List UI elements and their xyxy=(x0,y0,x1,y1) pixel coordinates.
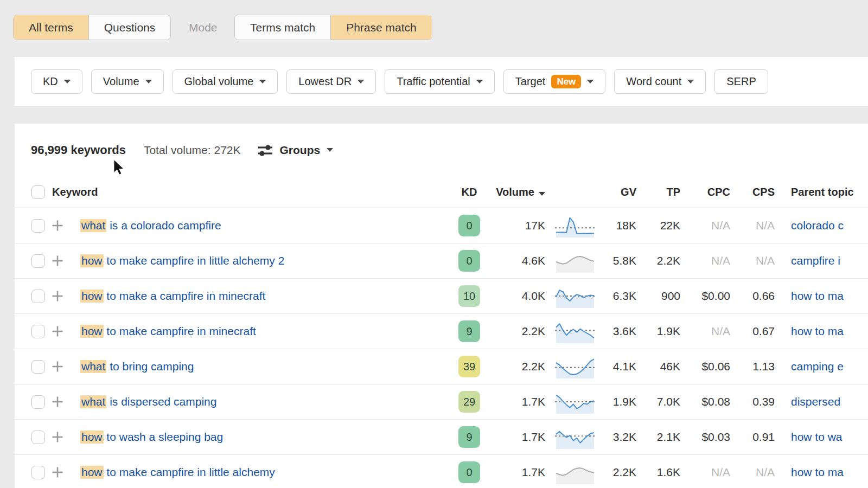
keyword-link[interactable]: how to wash a sleeping bag xyxy=(69,431,453,444)
volume-trend-sparkline xyxy=(555,214,595,237)
keyword-link[interactable]: how to make a campfire in minecraft xyxy=(69,290,453,303)
table-row: what to bring camping 39 2.2K 4.1K 46K $… xyxy=(15,349,868,384)
add-to-list-button[interactable] xyxy=(46,325,69,337)
add-to-list-button[interactable] xyxy=(46,396,69,408)
column-header-kd[interactable]: KD xyxy=(453,186,486,198)
filter-kd-label: KD xyxy=(43,75,58,88)
gv-value: 6.3K xyxy=(595,290,636,303)
gv-value: 18K xyxy=(595,219,636,232)
keyword-link[interactable]: what is dispersed camping xyxy=(69,395,453,408)
new-badge: New xyxy=(551,75,581,88)
column-header-tp[interactable]: TP xyxy=(636,186,680,198)
keyword-link[interactable]: how to make campfire in little alchemy xyxy=(69,466,453,479)
row-checkbox[interactable] xyxy=(31,254,45,268)
row-checkbox[interactable] xyxy=(31,360,45,374)
kd-badge: 29 xyxy=(458,391,480,413)
total-volume: Total volume: 272K xyxy=(144,144,241,157)
keyword-rest: to make campfire in little alchemy 2 xyxy=(104,254,285,267)
cpc-value: N/A xyxy=(680,254,730,267)
cps-value: 0.66 xyxy=(730,290,775,303)
table-header-row: Keyword KD Volume GV TP CPC CPS Parent t… xyxy=(15,176,868,208)
add-to-list-button[interactable] xyxy=(46,220,69,232)
filter-traffic-potential-button[interactable]: Traffic potential xyxy=(385,69,495,94)
keyword-highlighted-term: what xyxy=(80,219,106,232)
kd-badge: 9 xyxy=(458,320,480,342)
cpc-value: $0.06 xyxy=(680,360,730,373)
parent-topic-link[interactable]: how to ma xyxy=(775,325,868,338)
parent-topic-link[interactable]: colorado c xyxy=(775,219,868,232)
parent-topic-link[interactable]: campfire i xyxy=(775,254,868,267)
chevron-down-icon xyxy=(145,80,152,84)
add-to-list-button[interactable] xyxy=(46,290,69,302)
keyword-highlighted-term: how xyxy=(80,290,104,303)
add-to-list-button[interactable] xyxy=(46,361,69,373)
column-header-keyword[interactable]: Keyword xyxy=(52,186,453,198)
volume-trend-sparkline xyxy=(555,460,595,484)
kd-badge: 0 xyxy=(458,215,480,236)
filter-target-button[interactable]: Target New xyxy=(503,69,606,94)
volume-value: 2.2K xyxy=(486,360,545,373)
volume-trend-sparkline xyxy=(555,425,595,449)
cpc-value: $0.08 xyxy=(680,395,730,408)
volume-trend-sparkline xyxy=(555,390,595,414)
row-checkbox[interactable] xyxy=(31,325,45,338)
column-header-parent-topic[interactable]: Parent topic xyxy=(775,186,868,198)
add-to-list-button[interactable] xyxy=(46,466,69,478)
gv-value: 1.9K xyxy=(595,395,636,408)
tp-value: 7.0K xyxy=(636,395,680,408)
keyword-highlighted-term: how xyxy=(80,431,104,444)
filter-word-count-button[interactable]: Word count xyxy=(614,69,706,94)
volume-value: 4.0K xyxy=(486,290,545,303)
mode-label: Mode xyxy=(189,15,218,40)
parent-topic-link[interactable]: how to ma xyxy=(775,290,868,303)
table-row: how to wash a sleeping bag 9 1.7K 3.2K 2… xyxy=(15,420,868,455)
keywords-table-panel: 96,999 keywords Total volume: 272K Group… xyxy=(15,124,868,488)
tab-terms-match[interactable]: Terms match xyxy=(235,15,330,40)
chevron-down-icon xyxy=(327,148,333,152)
tab-questions[interactable]: Questions xyxy=(88,15,171,40)
filter-global-volume-button[interactable]: Global volume xyxy=(173,69,278,94)
parent-topic-link[interactable]: how to ma xyxy=(775,466,868,479)
top-tab-bar: All terms Questions Mode Terms match Phr… xyxy=(0,0,868,57)
column-header-cps[interactable]: CPS xyxy=(730,186,775,198)
add-to-list-button[interactable] xyxy=(46,431,69,443)
column-header-cpc[interactable]: CPC xyxy=(680,186,730,198)
filter-target-label: Target xyxy=(515,75,546,88)
row-checkbox[interactable] xyxy=(31,431,45,444)
column-header-gv[interactable]: GV xyxy=(595,186,636,198)
add-to-list-button[interactable] xyxy=(46,255,69,267)
tab-all-terms[interactable]: All terms xyxy=(14,15,88,40)
sort-desc-icon xyxy=(539,192,545,196)
tab-phrase-match[interactable]: Phrase match xyxy=(330,15,432,40)
table-row: how to make campfire in minecraft 9 2.2K… xyxy=(15,314,868,349)
chevron-down-icon xyxy=(358,80,364,84)
row-checkbox[interactable] xyxy=(31,219,45,233)
kd-badge: 0 xyxy=(458,461,480,483)
keyword-link[interactable]: how to make campfire in minecraft xyxy=(69,325,453,338)
keyword-link[interactable]: what is a colorado campfire xyxy=(69,219,453,232)
row-checkbox[interactable] xyxy=(31,466,45,479)
filter-lowest-dr-label: Lowest DR xyxy=(298,75,352,88)
keyword-link[interactable]: how to make campfire in little alchemy 2 xyxy=(69,254,453,267)
filter-lowest-dr-button[interactable]: Lowest DR xyxy=(286,69,376,94)
filter-serp-button[interactable]: SERP xyxy=(714,69,768,94)
groups-dropdown[interactable]: Groups xyxy=(257,143,334,157)
filter-volume-button[interactable]: Volume xyxy=(91,69,164,94)
row-checkbox[interactable] xyxy=(31,290,45,303)
chevron-down-icon xyxy=(64,80,71,84)
kd-badge: 39 xyxy=(458,356,480,377)
chevron-down-icon xyxy=(587,80,593,84)
select-all-checkbox[interactable] xyxy=(31,185,45,199)
parent-topic-link[interactable]: dispersed xyxy=(775,395,868,408)
volume-value: 4.6K xyxy=(486,254,545,267)
table-row: how to make campfire in little alchemy 0… xyxy=(15,455,868,488)
filter-kd-button[interactable]: KD xyxy=(31,69,82,94)
keyword-link[interactable]: what to bring camping xyxy=(69,360,453,373)
row-checkbox[interactable] xyxy=(31,395,45,409)
parent-topic-link[interactable]: how to wa xyxy=(775,431,868,444)
tp-value: 2.2K xyxy=(636,254,680,267)
parent-topic-link[interactable]: camping e xyxy=(775,360,868,373)
filters-bar: KD Volume Global volume Lowest DR Traffi… xyxy=(15,57,868,107)
column-header-volume[interactable]: Volume xyxy=(486,186,545,198)
volume-header-label: Volume xyxy=(496,186,534,198)
